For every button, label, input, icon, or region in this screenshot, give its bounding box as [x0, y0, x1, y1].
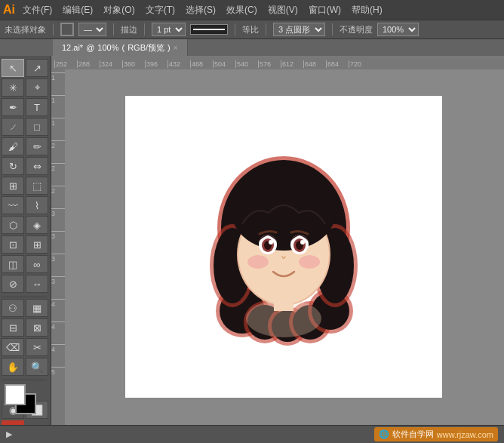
menu-effect[interactable]: 效果(C)	[226, 4, 257, 17]
tab-mode-val: RGB/预览	[128, 42, 164, 54]
svg-point-26	[300, 240, 305, 245]
stroke-width-select[interactable]: 1 pt	[152, 23, 186, 36]
divider-5	[266, 23, 266, 35]
ruler-mark-396: 396	[145, 60, 167, 68]
menu-window[interactable]: 窗口(W)	[309, 4, 341, 17]
menu-items: 文件(F) 编辑(E) 对象(O) 文字(T) 选择(S) 效果(C) 视图(V…	[23, 4, 383, 17]
menu-object[interactable]: 对象(O)	[103, 4, 134, 17]
app-logo: Ai	[3, 3, 15, 17]
main-area: ↖ ↗ ✳ ⌖ ✒ T ⟋ □ 🖌 ✏ ↻ ⇔ ⊞ ⬚ 〰 ⌇	[0, 56, 504, 443]
pen-tool-btn[interactable]: ✒	[2, 98, 24, 116]
rect-tool-btn[interactable]: □	[26, 118, 48, 136]
divider-1	[53, 23, 54, 35]
menu-help[interactable]: 帮助(H)	[352, 4, 383, 17]
canvas-area: 252 288 324 360 396 432 468 504 540 576 …	[51, 56, 504, 443]
vruler-2c: 2	[51, 186, 65, 208]
paintbrush-tool-btn[interactable]: 🖌	[2, 137, 24, 155]
status-bar: ▶ 🌐 软件自学网 www.rjzaw.com	[0, 425, 504, 443]
svg-point-28	[299, 255, 320, 269]
tab-close-button[interactable]: ×	[174, 44, 178, 52]
watermark: 🌐 软件自学网 www.rjzaw.com	[374, 427, 498, 441]
measure-btn[interactable]: ↔	[26, 275, 48, 293]
mesh-tool-btn[interactable]: ⊞	[26, 235, 48, 254]
tool-row-14: ⊟ ⊠	[2, 318, 49, 337]
tool-row-4: ⟋ □	[2, 118, 49, 136]
color-swatch-area: ⇄ ■	[5, 384, 46, 399]
tab-mode-close-paren: )	[167, 43, 171, 52]
ruler-mark-612: 612	[281, 60, 303, 68]
tool-row-10: ⊡ ⊞	[2, 235, 49, 254]
rotate-tool-btn[interactable]: ↻	[2, 157, 24, 175]
slice-btn[interactable]: ⊠	[26, 318, 48, 337]
canvas-scroll[interactable]	[65, 69, 504, 443]
artboard-btn[interactable]: ⊟	[2, 318, 24, 337]
eraser-btn[interactable]: ⌫	[2, 338, 24, 356]
perspective-tool-btn[interactable]: ⊡	[2, 235, 24, 254]
vruler-180: 1	[51, 118, 65, 140]
zoom-tool-btn[interactable]: 🔍	[26, 358, 48, 376]
direct-selection-tool-btn[interactable]: ↗	[26, 59, 48, 77]
free-transform-btn[interactable]: ⬡	[2, 216, 24, 234]
ruler-mark-504: 504	[213, 60, 235, 68]
vruler-3b: 3	[51, 254, 65, 276]
artboard[interactable]	[125, 96, 442, 398]
shape-select[interactable]: 3 点圆形	[273, 23, 325, 36]
ruler-mark-324: 324	[100, 60, 122, 68]
blend-tool-btn[interactable]: ∞	[26, 255, 48, 273]
ruler-mark-288: 288	[77, 60, 100, 68]
tool-row-2: ✳ ⌖	[2, 78, 49, 97]
tool-row-8: 〰 ⌇	[2, 196, 49, 214]
text-tool-btn[interactable]: T	[26, 98, 48, 116]
hair-top-group	[232, 178, 335, 251]
eyedropper-btn[interactable]: ⊘	[2, 275, 24, 293]
ruler-mark-252: 252	[54, 60, 77, 68]
symbol-sprayer-btn[interactable]: ⚇	[2, 299, 24, 317]
character-illustration	[201, 145, 367, 349]
menu-select[interactable]: 选择(S)	[186, 4, 216, 17]
vruler-3a: 3	[51, 231, 65, 254]
vruler-2b: 2	[51, 163, 65, 186]
shape-builder-btn[interactable]: ◈	[26, 216, 48, 234]
vruler-3c: 3	[51, 276, 65, 299]
tool-row-16: ✋ 🔍	[2, 358, 49, 376]
vertical-ruler: 1 1 1 2 2 2 3 3 3 3 4 4 4 5	[51, 69, 65, 443]
hand-tool-btn[interactable]: ✋	[2, 358, 24, 376]
width-tool-btn[interactable]: ⌇	[26, 196, 48, 214]
horizontal-ruler: 252 288 324 360 396 432 468 504 540 576 …	[51, 56, 504, 69]
watermark-logo: 🌐	[379, 429, 389, 439]
shear-tool-btn[interactable]: ⬚	[26, 177, 48, 195]
vruler-3d: 4	[51, 299, 65, 321]
opacity-select[interactable]: 100%	[377, 23, 419, 36]
selection-tool-btn[interactable]: ↖	[2, 59, 24, 77]
menu-view[interactable]: 视图(V)	[268, 4, 298, 17]
vruler-4c: 5	[51, 367, 65, 389]
line-tool-btn[interactable]: ⟋	[2, 118, 24, 136]
tool-row-6: ↻ ⇔	[2, 157, 49, 175]
column-graph-btn[interactable]: ▦	[26, 299, 48, 317]
pencil-tool-btn[interactable]: ✏	[26, 137, 48, 155]
fill-swatch[interactable]	[60, 23, 74, 36]
watermark-name: 软件自学网	[392, 429, 434, 440]
ruler-mark-container: 252 288 324 360 396 432 468 504 540 576 …	[51, 60, 371, 68]
warp-tool-btn[interactable]: 〰	[2, 196, 24, 214]
options-toolbar: 未选择对象 — 描边 1 pt 等比 3 点圆形 不透明度 100%	[0, 20, 504, 39]
gradient-tool-btn[interactable]: ◫	[2, 255, 24, 273]
ruler-mark-360: 360	[122, 60, 145, 68]
document-tab[interactable]: 12.ai* @ 100% ( RGB/预览 ) ×	[53, 39, 188, 56]
tab-name: 12.ai*	[62, 43, 83, 52]
fill-color-swatch[interactable]	[5, 384, 26, 405]
menu-file[interactable]: 文件(F)	[23, 4, 52, 17]
scissors-btn[interactable]: ✂	[26, 338, 48, 356]
magic-wand-tool-btn[interactable]: ✳	[2, 78, 24, 97]
menu-type[interactable]: 文字(T)	[146, 4, 175, 17]
tab-zoom-val: 100%	[97, 43, 118, 52]
lasso-tool-btn[interactable]: ⌖	[26, 78, 48, 97]
fill-select[interactable]: —	[78, 23, 106, 36]
menu-edit[interactable]: 编辑(E)	[63, 4, 93, 17]
stroke-preview	[190, 24, 228, 35]
reflect-tool-btn[interactable]: ⇔	[26, 157, 48, 175]
divider-2	[113, 23, 114, 35]
watermark-url: www.rjzaw.com	[437, 430, 493, 439]
tab-zoom: @	[86, 43, 94, 52]
scale-tool-btn[interactable]: ⊞	[2, 177, 24, 195]
